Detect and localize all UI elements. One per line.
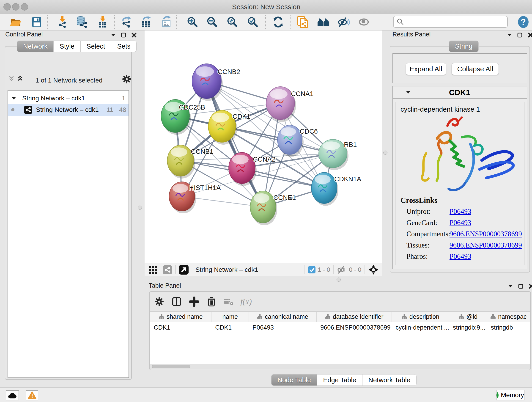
- memory-button[interactable]: Memory: [496, 390, 525, 400]
- cell[interactable]: 9606.ENSP00000378699: [317, 322, 392, 333]
- toolbar-search[interactable]: [393, 16, 508, 28]
- selected-checkbox-icon[interactable]: [308, 266, 316, 274]
- tab-network[interactable]: Network: [17, 41, 54, 52]
- table-panel: f(x) shared namenamecanonical namedataba…: [149, 291, 531, 370]
- network-tree-selected-row[interactable]: String Network – cdk1 11 48: [8, 104, 128, 116]
- network-panel-gear-icon[interactable]: [121, 74, 132, 85]
- table-panel-float-icon[interactable]: [508, 284, 513, 288]
- selected-node-edge-counts: 1 - 0: [318, 266, 330, 274]
- crosslink-link[interactable]: 9606.ENSP00000378699: [450, 230, 522, 238]
- refresh-icon[interactable]: [272, 16, 284, 28]
- network-canvas[interactable]: CCNB2CCNA1CDC25BCDK1CDC6RB1CCNB1CCNA2CDK…: [145, 31, 382, 263]
- houses-icon[interactable]: [317, 16, 330, 28]
- birds-eye-crosshair-icon[interactable]: [368, 264, 379, 275]
- table-panel-maximize-icon[interactable]: [518, 283, 524, 289]
- expand-all-networks-icon[interactable]: [17, 75, 23, 81]
- detach-view-icon[interactable]: [179, 265, 189, 274]
- share-view-icon[interactable]: [163, 265, 172, 274]
- crosslink-link[interactable]: P06493: [450, 252, 471, 261]
- cloud-button[interactable]: [6, 390, 19, 400]
- search-input[interactable]: [406, 18, 505, 26]
- right-splitter-handle[interactable]: [383, 151, 387, 155]
- import-network-file-icon[interactable]: [56, 16, 69, 28]
- column-header-database-identifier[interactable]: database identifier: [317, 312, 392, 322]
- gene-symbol: CDK1: [411, 88, 508, 97]
- column-header-shared-name[interactable]: shared name: [150, 312, 211, 322]
- tab-node-table[interactable]: Node Table: [271, 374, 317, 386]
- column-header-description[interactable]: description: [392, 312, 449, 322]
- separator: [304, 265, 305, 274]
- column-header-canonical-name[interactable]: canonical name: [249, 312, 317, 322]
- cell[interactable]: stringdb: [487, 322, 530, 333]
- tab-edge-table[interactable]: Edge Table: [317, 374, 362, 386]
- cell[interactable]: cyclin-dependent ...: [392, 322, 449, 333]
- export-image-icon[interactable]: [160, 16, 172, 28]
- delete-column-icon[interactable]: [206, 296, 217, 307]
- grid-view-icon[interactable]: [149, 265, 158, 274]
- tab-string[interactable]: String: [449, 41, 479, 52]
- collapse-triangle-icon[interactable]: [11, 96, 16, 100]
- table-gear-icon[interactable]: [154, 296, 165, 307]
- results-panel-close-icon[interactable]: [528, 32, 532, 38]
- toolbar-separator: [265, 15, 266, 29]
- show-columns-icon[interactable]: [171, 296, 182, 307]
- table-panel-close-icon[interactable]: [529, 283, 532, 289]
- network-tree-root-row[interactable]: String Network – cdk1 1: [8, 93, 128, 104]
- column-header-name[interactable]: name: [211, 312, 249, 322]
- collapse-all-button[interactable]: Collapse All: [452, 63, 499, 75]
- table-row[interactable]: CDK1CDK1P064939606.ENSP00000378699cyclin…: [150, 322, 530, 333]
- cell[interactable]: P06493: [249, 322, 317, 333]
- node-count: 11: [107, 106, 113, 114]
- column-header-@id[interactable]: @id: [449, 312, 487, 322]
- warning-button[interactable]: [26, 390, 38, 400]
- zoom-out-icon[interactable]: [206, 16, 218, 28]
- left-splitter-handle[interactable]: [138, 206, 142, 210]
- search-icon: [396, 18, 404, 26]
- tab-network-table[interactable]: Network Table: [362, 374, 417, 386]
- hide-eye-slash-icon[interactable]: [337, 16, 350, 28]
- results-panel-float-icon[interactable]: [507, 33, 512, 37]
- copy-network-icon[interactable]: [297, 16, 309, 28]
- save-session-icon[interactable]: [31, 16, 43, 28]
- control-panel-maximize-icon[interactable]: [121, 32, 126, 38]
- zoom-in-icon[interactable]: [186, 16, 199, 28]
- gene-description: cyclin-dependent kinase 1: [400, 105, 524, 113]
- help-icon[interactable]: ?: [517, 16, 530, 28]
- crosslink-link[interactable]: 9606.ENSP00000378699: [450, 241, 522, 249]
- tab-sets[interactable]: Sets: [111, 41, 137, 52]
- tab-select[interactable]: Select: [81, 41, 111, 52]
- hidden-node-edge-counts: 0 - 0: [349, 266, 361, 274]
- import-network-database-icon[interactable]: [75, 16, 88, 28]
- add-column-icon[interactable]: [189, 296, 200, 307]
- gene-card-header[interactable]: CDK1: [393, 86, 527, 99]
- tab-style[interactable]: Style: [54, 41, 80, 52]
- zoom-selected-icon[interactable]: [247, 16, 259, 28]
- collection-count: 1: [122, 95, 125, 102]
- scrollbar-thumb[interactable]: [152, 365, 190, 368]
- collapse-all-networks-icon[interactable]: [8, 75, 14, 81]
- column-header-namespac[interactable]: namespac: [487, 312, 530, 322]
- control-panel-float-icon[interactable]: [111, 33, 116, 37]
- hidden-eye-slash-icon[interactable]: [337, 265, 347, 274]
- expand-all-button[interactable]: Expand All: [406, 63, 446, 75]
- crosslink-link[interactable]: P06493: [450, 207, 471, 216]
- table-type-tabs: Node TableEdge TableNetwork Table: [271, 374, 417, 386]
- node-label-CDC25B: CDC25B: [179, 104, 205, 111]
- table-horizontal-scrollbar[interactable]: [150, 364, 530, 369]
- cell[interactable]: stringdb:9...: [449, 322, 487, 333]
- import-table-icon[interactable]: [96, 16, 109, 28]
- zoom-fit-icon[interactable]: [226, 16, 239, 28]
- open-session-icon[interactable]: [9, 16, 22, 28]
- cell[interactable]: CDK1: [150, 322, 211, 333]
- horizontal-splitter-handle[interactable]: [336, 278, 341, 282]
- node-label-CDK1: CDK1: [233, 113, 250, 120]
- control-panel-close-icon[interactable]: [131, 32, 137, 38]
- export-table-icon[interactable]: [140, 16, 152, 28]
- export-network-icon[interactable]: [120, 16, 133, 28]
- crosslink-link[interactable]: P06493: [450, 219, 471, 227]
- cell[interactable]: CDK1: [211, 322, 249, 333]
- sitemap-icon: [459, 314, 464, 319]
- crosslink-row: Uniprot:P06493: [406, 207, 524, 216]
- results-panel-maximize-icon[interactable]: [517, 32, 523, 38]
- gene-collapse-triangle-icon[interactable]: [406, 90, 411, 95]
